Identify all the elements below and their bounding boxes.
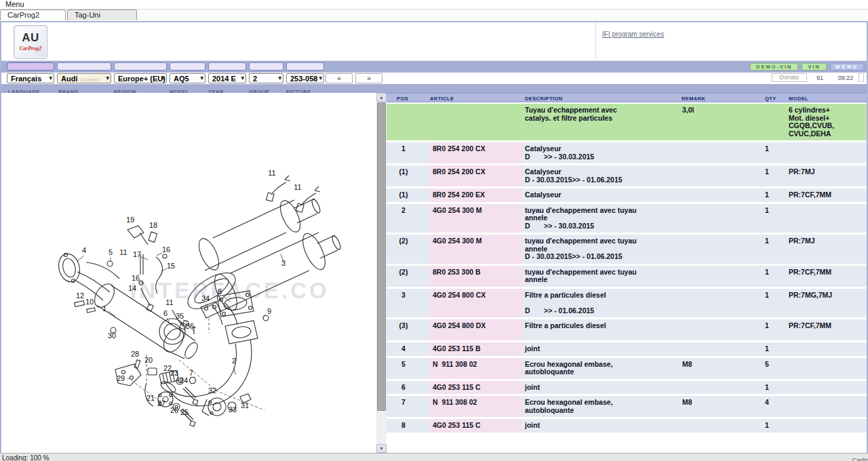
tab-carprog2[interactable]: CarProg2 [0,9,66,20]
menu-button[interactable]: Menu [5,0,24,8]
cell-qty: 1 [763,319,789,340]
quick-field-model[interactable] [170,62,205,71]
cell-remark: 3,0l [682,104,763,140]
part-callout-1: 1 [102,304,106,313]
cell-pos: (2) [387,235,430,264]
cell-pos: 8 [387,419,430,433]
table-row[interactable]: (3) 4G0 254 800 DX Filtre a particules d… [387,319,867,340]
select-language[interactable]: Français▾ [7,73,54,83]
part-callout-10: 10 [85,298,94,306]
cell-description: Ecrou hexagonal embase, autobloquante [522,396,682,417]
cell-description: tuyau d'echappement avec tuyau annele [522,266,682,287]
field-row [1,62,324,71]
select-value: Français [11,75,41,83]
table-row[interactable]: 5 N 911 308 02 Ecrou hexagonal embase, a… [387,358,867,379]
header-description: DESCRIPTION [522,94,682,102]
table-row[interactable]: 4 4G0 253 115 B joint 1 [387,342,867,356]
table-row[interactable]: (1) 8R0 254 200 EX Catalyseur 1 PR:7CF,7… [387,188,867,202]
watermark-text: INTERFACE.CO [130,278,330,303]
demo-vin-button[interactable]: DEMO-VIN [750,63,799,71]
table-row[interactable]: (2) 8R0 253 300 B tuyau d'echappement av… [387,266,867,287]
header-divider [595,22,596,60]
select-year[interactable]: 2014 E▾ [208,73,246,83]
scroll-up-icon[interactable]: ▲ [376,93,387,102]
table-rows: 1 8R0 254 200 CX Catalyseur D >> - 30.03… [387,142,867,433]
quick-field-brand[interactable] [57,62,111,71]
quick-field-region[interactable] [114,62,167,71]
header-qty: QTY [763,94,789,102]
table-row[interactable]: (2) 4G0 254 300 M tuyau d'echappement av… [387,235,867,264]
quick-field-picture[interactable] [286,62,324,71]
cell-model [789,204,867,233]
select-region[interactable]: Europe+ (EU)▾ [114,73,167,83]
cell-qty: 1 [763,188,789,202]
group-header-row[interactable]: Tuyau d'echappement avec catalys. et fil… [387,104,867,140]
cell-remark [682,165,763,186]
clock-display: 09:22 [833,75,859,81]
scrollbar-thumb[interactable] [377,102,386,411]
part-callout-21: 21 [146,394,155,402]
part-callout-34: 34 [201,294,210,302]
prev-picture-button[interactable]: « [326,73,353,83]
vin-button[interactable]: VIN [802,63,827,71]
cell-remark [682,381,763,395]
cell-model [789,396,867,417]
cell-remark [682,235,763,264]
donate-button[interactable]: Donate [772,73,807,82]
part-callout-7: 7 [189,369,193,377]
quick-field-group[interactable] [249,62,283,71]
cell-description: Catalyseur D >> - 30.03.2015 [522,142,682,163]
part-callout-17: 17 [133,250,141,258]
menu-toggle-button[interactable]: MENU [830,63,864,71]
cell-description: joint [522,342,682,356]
cell-description: Catalyseur [522,188,682,202]
app-logo[interactable]: AU CarProg2 [14,25,47,59]
cell-model [789,342,867,356]
chevron-down-icon: ▾ [161,75,165,81]
select-model[interactable]: AQ5▾ [170,73,205,83]
table-row[interactable]: 6 4G0 253 115 C joint 1 [387,381,867,395]
part-callout-31: 31 [241,401,249,409]
table-row[interactable]: 7 N 911 308 02 Ecrou hexagonal embase, a… [387,396,867,417]
tab-tag-uni-label: Tag-Uni [75,11,100,19]
cell-remark [682,289,763,318]
cell-pos: 3 [387,289,430,318]
chevron-down-icon: ▾ [278,75,281,81]
cell-article: 4G0 253 115 B [430,342,522,356]
table-row[interactable]: 2 4G0 254 300 M tuyau d'echappement avec… [387,204,867,233]
ifi-program-services-link[interactable]: IFI program services [602,31,664,38]
status-right-text: CarPr [852,457,868,461]
cell-model: PR:7CF,7MM [789,319,867,340]
header-pos: POS [387,94,430,102]
part-callout-12: 12 [76,292,84,300]
table-row[interactable]: 8 4G0 253 115 C joint 1 [387,419,867,433]
label-row: LANGUAGEBRANDREGIONMODELYEARGROUPPICTURE [1,84,867,93]
quick-field-year[interactable] [208,62,246,71]
select-brand[interactable]: Audidisabled▾ [57,73,111,83]
part-callout-36: 36 [186,322,194,330]
tab-bar: CarProg2 Tag-Uni [0,9,868,21]
part-callout-27: 27 [157,399,165,407]
part-callout-24: 24 [180,376,188,384]
cell-pos: 2 [387,204,430,233]
cell-pos: (2) [387,266,430,287]
select-group[interactable]: 2▾ [249,73,283,83]
header-model: MODEL [789,94,867,102]
table-row[interactable]: 3 4G0 254 800 CX Filtre a particules die… [387,289,867,318]
select-picture[interactable]: 253-058▾ [286,73,324,83]
tab-carprog2-label: CarProg2 [7,11,39,19]
next-picture-button[interactable]: » [355,73,382,83]
table-row[interactable]: 1 8R0 254 200 CX Catalyseur D >> - 30.03… [387,142,867,163]
part-callout-19: 19 [126,216,134,224]
scroll-down-icon[interactable]: ▼ [376,444,387,453]
tab-tag-uni[interactable]: Tag-Uni [67,9,137,20]
cell-model [789,381,867,395]
quick-field-language[interactable] [7,62,54,71]
table-row[interactable]: (1) 8R0 254 200 CX Catalyseur D - 30.03.… [387,165,867,186]
select-value: 253-058 [290,75,317,83]
diagram-panel[interactable]: INTERFACE.CO [1,93,376,453]
diagram-scrollbar[interactable]: ▲ ▼ [376,93,387,453]
part-callout-11: 11 [165,298,173,306]
cell-description: Filtre a particules diesel D >> - 01.06.… [522,289,682,318]
cell-remark [682,319,763,340]
